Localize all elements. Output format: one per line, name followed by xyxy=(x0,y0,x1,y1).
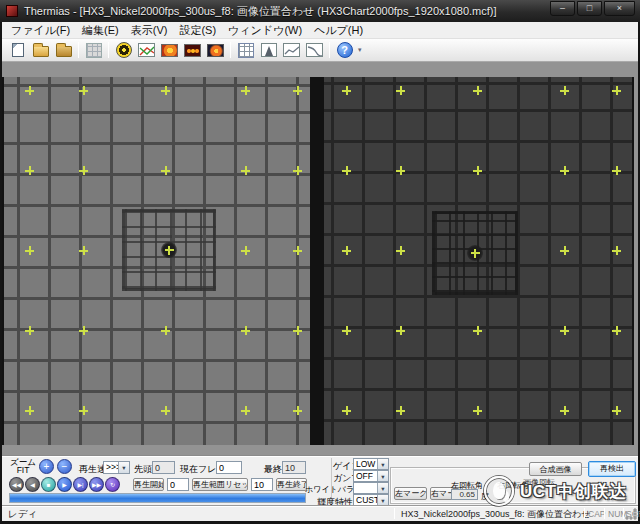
calibration-cross-icon xyxy=(342,406,351,415)
calibration-cross-icon xyxy=(612,326,621,335)
menu-edit[interactable]: 編集(E) xyxy=(76,22,125,39)
right-image-panel[interactable] xyxy=(324,77,632,445)
calibration-cross-icon xyxy=(396,246,405,255)
loop-button[interactable]: ↻ xyxy=(105,477,120,492)
chevron-down-icon: ▾ xyxy=(377,495,388,505)
stop-button[interactable]: ■ xyxy=(41,477,56,492)
grid-view-button-disabled[interactable] xyxy=(82,40,105,61)
gamma-value: OFF xyxy=(354,471,377,481)
thermal-pattern-button[interactable] xyxy=(181,40,204,61)
curve-graph-icon xyxy=(306,43,323,57)
head-frame-label: 先頭 xyxy=(134,463,152,476)
menu-window[interactable]: ウィンドウ(W) xyxy=(222,22,308,39)
calibration-cross-icon xyxy=(612,406,621,415)
left-rotation-input[interactable] xyxy=(451,489,478,500)
last-frame-input[interactable] xyxy=(282,461,306,474)
status-file: HX3_Nickel2000fps_300us_f8: 画像位置合わせ xyxy=(401,508,591,520)
calibration-cross-icon xyxy=(241,246,250,255)
left-image-panel[interactable] xyxy=(4,77,310,445)
calibration-cross-icon xyxy=(560,326,569,335)
grid-disabled-icon xyxy=(86,43,102,58)
zoom-out-button[interactable]: − xyxy=(57,459,72,474)
toolbar-separator xyxy=(108,42,109,58)
play-button[interactable]: ▶ xyxy=(57,477,72,492)
menu-file[interactable]: ファイル(F) xyxy=(5,22,76,39)
app-icon xyxy=(6,5,18,17)
go-first-button[interactable]: ◀◀ xyxy=(9,477,24,492)
play-end-button[interactable]: 再生終了 xyxy=(276,478,307,491)
left-mark-button[interactable]: 左マーク xyxy=(394,487,427,500)
histogram-icon xyxy=(261,43,277,57)
right-center-cross-icon xyxy=(471,249,480,258)
image-rotation-label: 画像回転 xyxy=(523,477,555,488)
toolbar-separator xyxy=(230,42,231,58)
current-frame-input[interactable] xyxy=(216,461,242,474)
calibration-cross-icon xyxy=(79,406,88,415)
redetect-button[interactable]: 再検出 xyxy=(588,461,636,477)
chevron-down-icon: ▾ xyxy=(377,471,388,481)
playback-progress-bar[interactable] xyxy=(9,493,306,503)
image-row xyxy=(2,77,634,445)
gamma-select[interactable]: OFF ▾ xyxy=(353,470,389,482)
go-last-button[interactable]: ▶▶ xyxy=(89,477,104,492)
calibration-cross-icon xyxy=(79,326,88,335)
target-detect-button[interactable] xyxy=(112,40,135,61)
closed-folder-icon xyxy=(56,46,72,57)
zoom-label: ズーム FIT xyxy=(8,458,38,474)
play-start-input[interactable] xyxy=(167,478,189,491)
composite-image-button[interactable]: 合成画像 xyxy=(529,462,582,476)
close-button[interactable]: × xyxy=(604,1,635,16)
play-start-button[interactable]: 再生開始 xyxy=(133,478,164,491)
calibration-cross-icon xyxy=(396,326,405,335)
profile-graph-icon xyxy=(283,43,300,57)
resize-grip[interactable] xyxy=(625,508,637,520)
viewer-area xyxy=(2,62,638,455)
white-balance-select[interactable]: ▾ xyxy=(353,482,389,494)
head-frame-input[interactable] xyxy=(152,461,175,474)
step-back-button[interactable]: ◀ xyxy=(25,477,40,492)
thermal-image-button[interactable] xyxy=(158,40,181,61)
new-file-icon xyxy=(12,43,24,57)
transport-controls: ◀◀◀■▶▶|▶▶↻ xyxy=(9,477,121,492)
status-bar: レディ HX3_Nickel2000fps_300us_f8: 画像位置合わせ … xyxy=(2,505,638,521)
thermal-flame-button[interactable] xyxy=(204,40,227,61)
calibration-cross-icon xyxy=(161,166,170,175)
step-forward-button[interactable]: ▶| xyxy=(73,477,88,492)
status-divider xyxy=(394,508,395,519)
menu-view[interactable]: 表示(V) xyxy=(125,22,174,39)
curve-graph-button[interactable] xyxy=(303,40,326,61)
gain-select[interactable]: LOW ▾ xyxy=(353,458,389,470)
open-file-button[interactable] xyxy=(29,40,52,61)
calibration-cross-icon xyxy=(293,406,302,415)
calibration-cross-icon xyxy=(79,86,88,95)
help-button[interactable]: ? xyxy=(333,40,356,61)
chevron-down-icon: ▾ xyxy=(118,462,129,473)
save-file-button[interactable] xyxy=(52,40,75,61)
profile-graph-button[interactable] xyxy=(280,40,303,61)
toolbar-overflow-icon[interactable]: ▾ xyxy=(358,46,362,54)
zoom-in-button[interactable]: + xyxy=(39,459,54,474)
speed-select[interactable]: >>> ▾ xyxy=(103,461,130,474)
new-file-button[interactable] xyxy=(6,40,29,61)
toolbar-separator xyxy=(329,42,330,58)
luminance-value: CUSTOM xyxy=(354,495,377,505)
minimize-button[interactable]: – xyxy=(550,1,575,16)
maximize-button[interactable]: □ xyxy=(577,1,602,16)
status-ready: レディ xyxy=(8,508,37,520)
calibration-cross-icon xyxy=(560,166,569,175)
range-reset-button[interactable]: 再生範囲リセット xyxy=(192,478,248,491)
menu-settings[interactable]: 設定(S) xyxy=(173,22,222,39)
grid-overlay-button[interactable] xyxy=(234,40,257,61)
line-chart-button[interactable] xyxy=(135,40,158,61)
range-end-input[interactable] xyxy=(251,478,273,491)
histogram-button[interactable] xyxy=(257,40,280,61)
calibration-cross-icon xyxy=(161,86,170,95)
calibration-cross-icon xyxy=(293,326,302,335)
toolbar-separator xyxy=(78,42,79,58)
menu-help[interactable]: ヘルプ(H) xyxy=(308,22,369,39)
speed-value: >>> xyxy=(104,462,118,473)
calibration-cross-icon xyxy=(342,86,351,95)
calibration-cross-icon xyxy=(293,86,302,95)
calibration-cross-icon xyxy=(241,86,250,95)
calibration-cross-icon xyxy=(241,326,250,335)
